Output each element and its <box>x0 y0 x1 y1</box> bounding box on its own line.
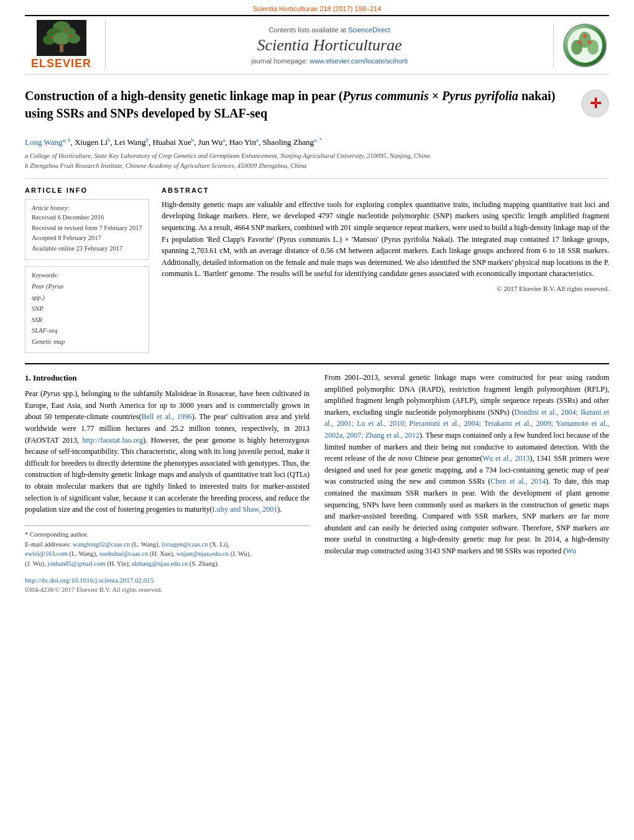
footnote-section: * Corresponding author. E-mail addresses… <box>25 525 310 595</box>
divider-1 <box>25 178 609 179</box>
header-center: Contents lists available at ScienceDirec… <box>106 26 553 65</box>
svg-point-18 <box>583 34 587 38</box>
journal-emblem-icon <box>563 24 607 67</box>
article-info-heading: ARTICLE INFO <box>25 187 149 194</box>
email1-name: (L. Wang), <box>132 541 160 548</box>
affiliations: a College of Horticulture, State Key Lab… <box>25 151 609 171</box>
section-divider-1 <box>25 363 609 364</box>
title-text-1: Construction of a high-density genetic l… <box>25 89 342 103</box>
body-col-left: 1. Introduction Pear (Pyrus spp.), belon… <box>25 372 310 595</box>
email-addresses: E-mail addresses: wanglong02@caas.cn (L.… <box>25 540 310 550</box>
title-mid: × <box>429 89 442 103</box>
keywords-label: Keywords: <box>32 272 142 279</box>
email7-link[interactable]: slzhang@njau.edu.cn <box>132 560 188 567</box>
email2-link[interactable]: lixiugen@caas.cn <box>162 541 208 548</box>
header-box: ELSEVIER Contents lists available at Sci… <box>25 15 609 75</box>
author-xue: , Huabai Xue <box>149 137 191 147</box>
journal-logo-icon <box>563 24 607 67</box>
article-content: Construction of a high-density genetic l… <box>0 75 634 607</box>
title-italic-1: Pyrus communis <box>342 89 428 103</box>
fao-url[interactable]: http://faostat.fao.org <box>83 436 144 445</box>
author-zhang: , Shaoling Zhang <box>259 137 314 147</box>
svg-point-6 <box>68 34 80 44</box>
content-list-text: Contents lists available at ScienceDirec… <box>118 26 541 34</box>
copyright: © 2017 Elsevier B.V. All rights reserved… <box>162 285 609 292</box>
author-li: , Xiugen Li <box>70 137 108 147</box>
author-sup1: a, b <box>62 137 70 143</box>
author-lei: , Lei Wang <box>111 137 146 147</box>
abstract-text: High-density genetic maps are valuable a… <box>162 199 609 280</box>
crossmark: ✛ <box>581 90 609 118</box>
body-col-right: From 2001–2013, several genetic linkage … <box>324 372 609 595</box>
email4-name: (H. Xue), <box>150 550 175 557</box>
author7-sup: a, * <box>314 137 322 143</box>
chen2014-ref[interactable]: Chen et al., 2014 <box>490 477 546 486</box>
email3-link[interactable]: ewlei@163.com <box>25 550 68 557</box>
online-date: Available online 23 February 2017 <box>32 244 142 254</box>
article-info-col: ARTICLE INFO Article history: Received 6… <box>25 187 149 353</box>
journal-ref: Scientia Horticulturae 218 (2017) 198–21… <box>25 5 609 12</box>
journal-ref-text: Scientia Horticulturae 218 (2017) 198–21… <box>253 5 382 12</box>
email6-prefix: (J. Wu), <box>25 560 47 567</box>
kw2: spp.) <box>32 292 142 303</box>
article-history-box: Article history: Received 6 December 201… <box>25 199 149 260</box>
elsevier-wordmark: ELSEVIER <box>31 57 91 70</box>
intro-col2-p1: From 2001–2013, several genetic linkage … <box>324 372 609 557</box>
crossmark-icon: ✛ <box>581 90 609 118</box>
journal-header: Scientia Horticulturae 218 (2017) 198–21… <box>0 0 634 75</box>
svg-point-5 <box>53 32 70 45</box>
intro-p1: Pear (Pyrus spp.), belonging to the subf… <box>25 388 310 515</box>
journal-title: Scientia Horticulturae <box>118 36 541 55</box>
email4-link[interactable]: xuehubai@caas.cn <box>99 550 148 557</box>
abstract-heading: ABSTRACT <box>162 187 609 194</box>
authors-line: Long Wanga, b, Xiugen Lib, Lei Wangb, Hu… <box>25 137 609 147</box>
kw4: SSR <box>32 315 142 326</box>
svg-rect-7 <box>60 44 63 52</box>
svg-point-10 <box>70 35 72 37</box>
journal-homepage: journal homepage: www.elsevier.com/locat… <box>118 57 541 65</box>
email1-link[interactable]: wanglong02@caas.cn <box>73 541 130 548</box>
journal-homepage-link[interactable]: www.elsevier.com/locate/scihorti <box>310 57 408 65</box>
title-italic-2: Pyrus pyrifolia <box>442 89 518 103</box>
svg-point-9 <box>65 29 68 31</box>
author-wu: , Jun Wu <box>194 137 223 147</box>
body-columns: 1. Introduction Pear (Pyrus spp.), belon… <box>25 372 609 595</box>
de-novo-italic: de novo <box>388 454 413 463</box>
email-label: E-mail addresses: <box>25 541 71 548</box>
elsevier-tree-icon <box>37 20 86 56</box>
kw1: Pear (Pyrus <box>32 281 142 292</box>
email-line-3: (J. Wu), yinhan85@gmail.com (H. Yin), sl… <box>25 559 310 569</box>
issn-line: 0304-4238/© 2017 Elsevier B.V. All right… <box>25 585 310 595</box>
corresponding-label: * Corresponding author. <box>25 530 310 540</box>
pear-species-italic: Pyrus <box>43 389 60 398</box>
doi-line: http://dx.doi.org/10.1016/j.scienta.2017… <box>25 575 310 586</box>
luby-ref[interactable]: Luby and Shaw, 2001 <box>213 505 278 514</box>
email6-link[interactable]: yinhan85@gmail.com <box>47 560 105 567</box>
wu2013-ref[interactable]: Wu et al., 2013 <box>482 454 530 463</box>
history-label: Article history: <box>32 205 142 211</box>
wu-ref-end[interactable]: Wu <box>566 547 576 555</box>
bell-ref[interactable]: Bell et al., 1996 <box>141 412 191 421</box>
journal-logo-right <box>553 24 609 67</box>
doi-link[interactable]: http://dx.doi.org/10.1016/j.scienta.2017… <box>25 576 154 584</box>
svg-point-8 <box>51 36 53 39</box>
email5-link[interactable]: wujun@njau.edu.cn <box>176 550 228 557</box>
email3-name: (L. Wang), <box>70 550 98 557</box>
sciencedirect-link[interactable]: ScienceDirect <box>348 26 390 34</box>
keywords-box: Keywords: Pear (Pyrus spp.) SNP SSR SLAF… <box>25 266 149 353</box>
email-line-2: ewlei@163.com (L. Wang), xuehubai@caas.c… <box>25 549 310 559</box>
kw6: Genetic map <box>32 336 142 348</box>
accepted-date: Accepted 8 February 2017 <box>32 233 142 244</box>
kw3: SNP <box>32 303 142 315</box>
article-title: Construction of a high-density genetic l… <box>25 87 575 122</box>
author-yin: , Hao Yin <box>225 137 256 147</box>
email7-name: (S. Zhang). <box>190 560 219 567</box>
author-wang[interactable]: Long Wang <box>25 137 62 147</box>
email6-name: (H. Yin), <box>107 560 130 567</box>
intro-heading: 1. Introduction <box>25 372 310 384</box>
email2-name: (X. Li), <box>209 541 229 548</box>
dondini-ref[interactable]: Dondini et al., 2004; Iketani et al., 20… <box>324 408 609 440</box>
abstract-col: ABSTRACT High-density genetic maps are v… <box>162 187 609 353</box>
info-abstract-columns: ARTICLE INFO Article history: Received 6… <box>25 187 609 353</box>
page: Scientia Horticulturae 218 (2017) 198–21… <box>0 0 634 840</box>
